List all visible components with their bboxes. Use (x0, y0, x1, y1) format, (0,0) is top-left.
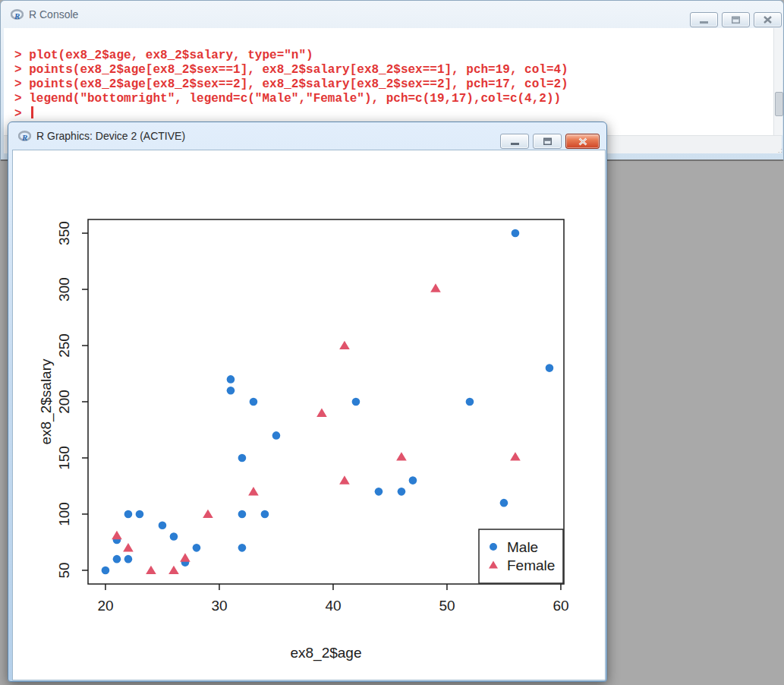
scatter-point-male (375, 488, 383, 496)
restore-icon (732, 16, 740, 24)
y-axis-tick-label: 350 (56, 221, 72, 245)
scatter-point-male (500, 499, 508, 507)
y-axis-tick-label: 200 (56, 390, 72, 414)
graphics-close-button[interactable] (565, 134, 600, 149)
vertical-scrollbar-thumb[interactable] (775, 92, 783, 116)
scatter-point-male (398, 488, 406, 496)
r-logo-icon: R (11, 9, 24, 21)
console-output-area[interactable]: > plot(ex8_2$age, ex8_2$salary, type="n"… (4, 28, 773, 135)
scatter-point-male (136, 510, 144, 519)
console-window-title: R Console (29, 8, 78, 21)
graphics-window-title: R Graphics: Device 2 (ACTIVE) (36, 130, 185, 142)
close-icon (764, 16, 772, 24)
y-axis-tick-label: 100 (56, 502, 72, 526)
scatter-point-female (339, 341, 350, 349)
scatter-point-female (123, 543, 134, 551)
y-axis-tick-label: 300 (56, 277, 72, 301)
scatter-point-male (170, 532, 178, 541)
scatter-point-female (248, 487, 259, 495)
graphics-minimize-button[interactable] (500, 134, 529, 149)
console-titlebar[interactable]: R R Console (1, 1, 783, 28)
console-line: > legend("bottomright", legend=c("Male",… (14, 92, 773, 106)
scatter-point-male (124, 555, 133, 563)
scatter-point-male (238, 454, 247, 462)
minimize-icon (511, 138, 519, 145)
scatter-point-male (159, 521, 167, 529)
y-axis-tick-label: 150 (56, 446, 72, 470)
x-axis-tick-label: 50 (439, 598, 455, 614)
scatter-point-male (238, 510, 247, 519)
scatter-point-male (227, 387, 235, 395)
minimize-icon (700, 17, 708, 24)
console-line: > (14, 106, 773, 122)
x-axis-tick-label: 20 (97, 598, 113, 614)
console-maximize-button[interactable] (722, 12, 750, 27)
scatter-point-male (193, 544, 201, 552)
scatter-point-female (430, 283, 441, 292)
scatter-point-male (238, 544, 247, 552)
plot-canvas: 203040506050100150200250300350ex8_2$agee… (12, 150, 606, 680)
scatter-point-female (510, 452, 521, 460)
scatter-point-female (396, 452, 407, 460)
scatter-point-male (546, 364, 554, 372)
scatter-point-male (466, 398, 474, 406)
r-graphics-window: R R Graphics: Device 2 (ACTIVE) 20304050… (8, 122, 607, 682)
x-axis-tick-label: 30 (211, 598, 227, 614)
r-logo-icon: R (18, 131, 31, 142)
scatter-point-male (409, 476, 417, 485)
x-axis-tick-label: 60 (553, 598, 568, 614)
scatter-point-male (250, 398, 258, 406)
console-line: > points(ex8_2$age[ex8_2$sex==2], ex8_2$… (14, 77, 773, 92)
console-line: > points(ex8_2$age[ex8_2$sex==1], ex8_2$… (14, 63, 773, 77)
console-line: > plot(ex8_2$age, ex8_2$salary, type="n"… (14, 49, 773, 63)
y-axis-tick-label: 50 (56, 562, 72, 578)
x-axis-tick-label: 40 (325, 598, 341, 614)
desktop: R R Console > plot(ex8_2$age, ex8_2$sala… (0, 0, 784, 685)
console-close-button[interactable] (754, 12, 782, 27)
y-axis-title: ex8_2$salary (38, 358, 55, 445)
scatter-point-male (113, 555, 121, 563)
scatter-point-female (168, 566, 179, 574)
console-vertical-scrollbar[interactable] (773, 28, 782, 135)
console-text: > plot(ex8_2$age, ex8_2$salary, type="n"… (4, 28, 773, 122)
svg-text:R: R (21, 133, 27, 142)
scatter-point-male (261, 510, 269, 519)
svg-text:R: R (14, 11, 20, 21)
scatter-plot: 203040506050100150200250300350ex8_2$agee… (13, 150, 603, 678)
scatter-point-male (512, 229, 520, 238)
x-axis-title: ex8_2$age (290, 645, 361, 661)
scatter-point-female (180, 553, 190, 561)
scatter-point-female (316, 408, 327, 416)
scatter-point-male (272, 431, 281, 440)
scatter-point-male (352, 398, 361, 406)
legend-label-male: Male (507, 539, 538, 555)
scatter-point-female (146, 566, 156, 574)
scatter-point-male (227, 375, 235, 384)
graphics-maximize-button[interactable] (533, 134, 562, 149)
scatter-point-female (339, 475, 350, 484)
restore-icon (543, 137, 552, 145)
legend-label-female: Female (507, 557, 555, 573)
close-icon (578, 137, 587, 146)
scatter-point-male (124, 510, 133, 519)
legend-marker-male-icon (490, 543, 497, 551)
console-minimize-button[interactable] (690, 12, 718, 27)
scroll-right-button[interactable] (762, 138, 776, 151)
text-cursor (31, 106, 33, 118)
resize-grip-icon[interactable]: .: (778, 147, 783, 154)
scatter-point-female (112, 531, 122, 539)
legend-frame (479, 529, 563, 583)
scatter-point-female (203, 510, 213, 518)
scatter-point-male (102, 567, 110, 575)
y-axis-tick-label: 250 (56, 333, 72, 358)
